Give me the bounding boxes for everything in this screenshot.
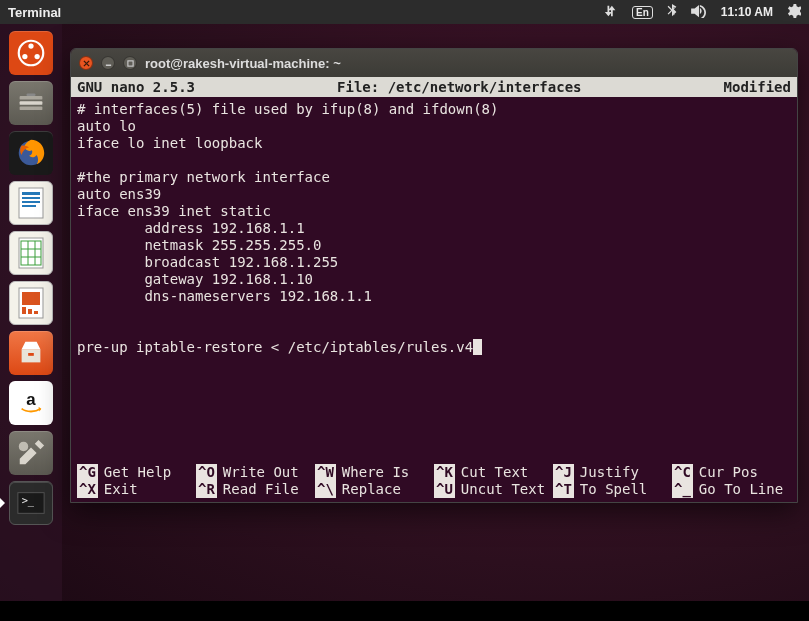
top-panel: Terminal En 11:10 AM (0, 0, 809, 24)
terminal-window: root@rakesh-virtual-machine: ~ GNU nano … (70, 48, 798, 503)
svg-rect-29 (127, 60, 132, 65)
volume-icon[interactable] (691, 4, 707, 21)
bottom-black-bar (0, 601, 809, 621)
svg-rect-7 (27, 93, 36, 96)
shortcut-uncut text: ^UUncut Text (434, 481, 553, 498)
nano-filename: File: /etc/network/interfaces (337, 79, 581, 95)
nano-version: GNU nano 2.5.3 (77, 79, 195, 95)
shortcut-cur pos: ^CCur Pos (672, 464, 791, 481)
software-icon[interactable] (6, 330, 56, 376)
writer-icon[interactable] (6, 180, 56, 226)
shortcut-go to line: ^_Go To Line (672, 481, 791, 498)
editor-area[interactable]: # interfaces(5) file used by ifup(8) and… (71, 97, 797, 455)
svg-rect-14 (19, 238, 43, 268)
nano-shortcuts: ^GGet Help^OWrite Out^WWhere Is^KCut Tex… (71, 464, 797, 502)
impress-icon[interactable] (6, 280, 56, 326)
gear-icon[interactable] (787, 4, 801, 21)
svg-point-3 (35, 54, 40, 59)
svg-rect-22 (22, 307, 26, 314)
svg-rect-10 (22, 192, 40, 195)
settings-icon[interactable] (6, 430, 56, 476)
files-icon[interactable] (6, 80, 56, 126)
nano-modified: Modified (724, 79, 791, 95)
shortcut-replace: ^\Replace (315, 481, 434, 498)
svg-text:a: a (26, 390, 36, 409)
svg-point-2 (22, 54, 27, 59)
shortcut-read file: ^RRead File (196, 481, 315, 498)
svg-rect-4 (20, 96, 43, 100)
svg-rect-6 (20, 107, 43, 111)
maximize-button[interactable] (123, 56, 137, 70)
language-indicator[interactable]: En (632, 6, 653, 19)
shortcut-exit: ^XExit (77, 481, 196, 498)
nano-status-bar: GNU nano 2.5.3 File: /etc/network/interf… (71, 77, 797, 97)
svg-rect-23 (28, 309, 32, 314)
clock[interactable]: 11:10 AM (721, 5, 773, 19)
amazon-icon[interactable]: a (6, 380, 56, 426)
svg-rect-21 (22, 292, 40, 305)
svg-rect-25 (28, 353, 34, 356)
shortcut-justify: ^JJustify (553, 464, 672, 481)
network-icon[interactable] (604, 4, 618, 21)
calc-icon[interactable] (6, 230, 56, 276)
firefox-icon[interactable] (6, 130, 56, 176)
shortcut-where is: ^WWhere Is (315, 464, 434, 481)
shortcut-cut text: ^KCut Text (434, 464, 553, 481)
svg-rect-12 (22, 201, 40, 203)
svg-rect-11 (22, 197, 40, 199)
svg-point-1 (28, 43, 33, 48)
svg-rect-5 (20, 101, 43, 105)
window-title-bar[interactable]: root@rakesh-virtual-machine: ~ (71, 49, 797, 77)
launcher: a >_ (0, 24, 62, 621)
close-button[interactable] (79, 56, 93, 70)
shortcut-to spell: ^TTo Spell (553, 481, 672, 498)
dash-icon[interactable] (6, 30, 56, 76)
svg-rect-13 (22, 205, 36, 207)
terminal-icon[interactable]: >_ (6, 480, 56, 526)
minimize-button[interactable] (101, 56, 115, 70)
bluetooth-icon[interactable] (667, 4, 677, 21)
shortcut-write out: ^OWrite Out (196, 464, 315, 481)
svg-rect-24 (34, 311, 38, 314)
app-indicator: Terminal (8, 5, 61, 20)
shortcut-get help: ^GGet Help (77, 464, 196, 481)
svg-text:>_: >_ (22, 494, 35, 507)
window-title: root@rakesh-virtual-machine: ~ (145, 56, 341, 71)
